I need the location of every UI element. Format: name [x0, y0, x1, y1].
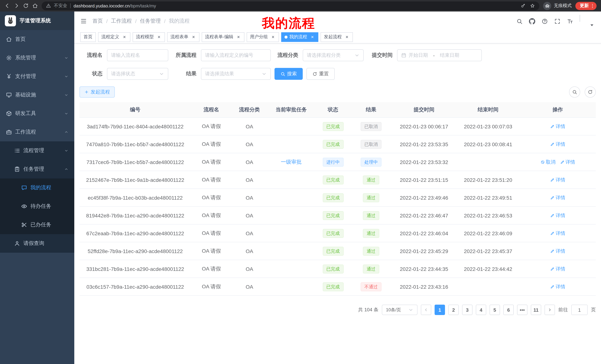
gear-icon: [6, 55, 12, 61]
close-icon[interactable]: ×: [122, 34, 127, 39]
status-select[interactable]: 请选择状态: [107, 68, 168, 80]
column-header: 编号: [80, 106, 191, 113]
page-button-1[interactable]: 1: [435, 305, 445, 315]
reset-button[interactable]: 重置: [306, 68, 335, 80]
detail-link[interactable]: 详情: [550, 123, 565, 130]
user-menu[interactable]: [580, 15, 595, 27]
header-search-icon[interactable]: [516, 18, 523, 24]
sidebar-item-5[interactable]: 研发工具: [0, 104, 74, 123]
browser-menu-icon[interactable]: [590, 3, 595, 8]
close-icon[interactable]: ×: [236, 34, 241, 39]
page-button-3[interactable]: 3: [462, 305, 472, 315]
sidebar-item-label: 请假查询: [23, 240, 44, 247]
breadcrumb-item[interactable]: 工作流程: [111, 18, 132, 25]
goto-label: 前往: [558, 307, 568, 313]
tab-5[interactable]: 流程表单-编辑×: [202, 32, 244, 42]
close-icon[interactable]: ×: [191, 34, 196, 39]
table-row: 331bc281-7b9a-11ec-a290-acde48001122OA 请…: [80, 260, 596, 278]
page-button-5[interactable]: 5: [490, 305, 500, 315]
detail-link[interactable]: 详情: [550, 141, 565, 147]
sidebar-item-label: 流程管理: [23, 147, 44, 154]
tab-2[interactable]: 流程定义×: [98, 32, 130, 42]
tab-8[interactable]: 发起流程×: [321, 32, 353, 42]
eye-icon: [21, 203, 27, 209]
result-badge: 通过: [363, 193, 379, 202]
date-range-picker[interactable]: 开始日期 - 结束日期: [397, 49, 482, 61]
password-key-icon[interactable]: [521, 3, 526, 8]
browser-home-icon[interactable]: [32, 3, 38, 9]
detail-link[interactable]: 详情: [550, 283, 565, 290]
status-badge: 已完成: [323, 175, 343, 184]
toggle-search-button[interactable]: [569, 86, 580, 98]
category-select[interactable]: 请选择流程分类: [303, 49, 364, 61]
sidebar-item-10[interactable]: 待办任务: [0, 197, 74, 216]
process-name-input[interactable]: 请输入流程名: [107, 49, 168, 61]
sidebar-item-3[interactable]: 支付管理: [0, 67, 74, 86]
browser-forward-icon[interactable]: [14, 3, 19, 9]
detail-link[interactable]: 详情: [550, 266, 565, 272]
create-process-button[interactable]: 发起流程: [80, 86, 115, 98]
more-pages-button[interactable]: •••: [517, 305, 527, 315]
hamburger-icon[interactable]: [80, 18, 87, 25]
prev-page-button[interactable]: [421, 305, 431, 315]
goto-page-input[interactable]: 1: [571, 305, 588, 315]
sidebar-item-8[interactable]: 任务管理: [0, 160, 74, 179]
page-button-2[interactable]: 2: [448, 305, 459, 315]
close-icon[interactable]: ×: [270, 34, 276, 39]
logo[interactable]: 芋道管理系统: [0, 11, 74, 30]
tab-7[interactable]: 我的流程×: [281, 32, 318, 42]
close-icon[interactable]: ×: [310, 34, 315, 39]
detail-link[interactable]: 详情: [560, 159, 575, 165]
sidebar-item-1[interactable]: 首页: [0, 30, 74, 49]
tab-6[interactable]: 用户分组×: [247, 32, 279, 42]
browser-back-icon[interactable]: [4, 3, 10, 9]
close-icon[interactable]: ×: [344, 34, 350, 39]
sidebar-item-9[interactable]: 我的流程: [0, 179, 74, 197]
sidebar-item-11[interactable]: 已办任务: [0, 216, 74, 234]
address-bar[interactable]: 不安全 dashboard.yudao.iocoder.cn/bpm/task/…: [42, 1, 539, 10]
update-button[interactable]: 更新: [575, 2, 597, 10]
search-button[interactable]: 搜索: [274, 68, 303, 80]
detail-link[interactable]: 详情: [550, 212, 565, 219]
sidebar-item-6[interactable]: 工作流程: [0, 123, 74, 141]
result-badge: 通过: [363, 175, 379, 184]
github-icon[interactable]: [529, 18, 535, 24]
detail-link[interactable]: 详情: [550, 248, 565, 254]
font-size-icon[interactable]: [567, 18, 573, 24]
column-header: 结束时间: [457, 106, 520, 113]
help-icon[interactable]: [541, 18, 548, 24]
detail-link[interactable]: 详情: [550, 176, 565, 183]
process-definition-input[interactable]: 请输入流程定义的编号: [201, 49, 271, 61]
sidebar-item-4[interactable]: 基础设施: [0, 86, 74, 104]
tab-3[interactable]: 流程模型×: [133, 32, 165, 42]
page-button-4[interactable]: 4: [476, 305, 486, 315]
tab-4[interactable]: 流程表单×: [167, 32, 200, 42]
listtree-icon: [14, 148, 20, 153]
close-icon[interactable]: ×: [156, 34, 161, 39]
breadcrumb-item[interactable]: 任务管理: [140, 18, 161, 25]
next-page-button[interactable]: [545, 305, 555, 315]
page-button-6[interactable]: 6: [503, 305, 514, 315]
app-title: 芋道管理系统: [20, 18, 51, 24]
detail-link[interactable]: 详情: [550, 230, 565, 237]
current-task-link[interactable]: 一级审批: [281, 159, 302, 164]
breadcrumb-item[interactable]: 首页: [92, 18, 103, 25]
fullscreen-icon[interactable]: [554, 18, 561, 24]
cancel-link[interactable]: 取消: [540, 159, 555, 165]
bookmark-star-icon[interactable]: [530, 3, 535, 8]
user-icon: [14, 240, 20, 246]
submit-time: 2022-01-22 23:45:29: [400, 248, 448, 254]
sidebar-item-12[interactable]: 请假查询: [0, 234, 74, 253]
refresh-table-button[interactable]: [585, 86, 596, 98]
page-button-11[interactable]: 11: [531, 305, 541, 315]
browser-reload-icon[interactable]: [23, 3, 29, 9]
process-placeholder: 请输入流程定义的编号: [205, 52, 253, 59]
result-select[interactable]: 请选择流结果: [201, 68, 271, 80]
result-badge: 通过: [363, 229, 379, 238]
sidebar-item-7[interactable]: 流程管理: [0, 141, 74, 160]
sidebar-item-2[interactable]: 系统管理: [0, 49, 74, 67]
detail-link[interactable]: 详情: [550, 194, 565, 201]
avatar[interactable]: [580, 15, 580, 22]
page-size-select[interactable]: 10条/页: [382, 305, 418, 315]
tab-1[interactable]: 首页: [80, 32, 96, 42]
